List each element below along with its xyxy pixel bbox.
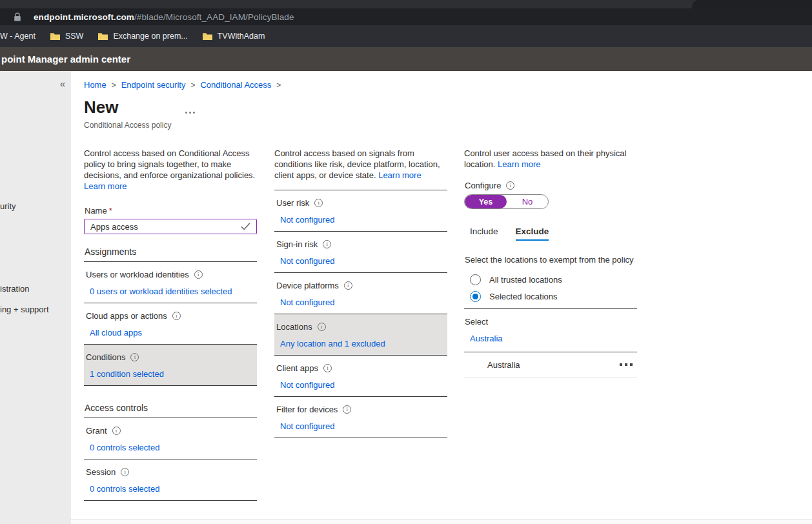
exclude-instruction: Select the locations to exempt from the … <box>464 254 637 265</box>
radio-selected-locations[interactable]: Selected locations <box>470 288 637 305</box>
breadcrumb-separator: > <box>190 81 195 90</box>
include-exclude-tabs: Include Exclude <box>464 227 637 241</box>
conditions-selected-link[interactable]: 1 condition selected <box>90 369 164 379</box>
section-conditions[interactable]: Conditions 1 condition selected <box>84 345 257 386</box>
info-icon[interactable] <box>343 405 351 414</box>
bookmark-label: SSW <box>65 32 83 41</box>
section-device-platforms[interactable]: Device platforms Not configured <box>274 273 447 314</box>
bookmark-item[interactable]: Exchange on prem... <box>98 32 187 41</box>
status-bar <box>71 519 812 524</box>
users-selected-link[interactable]: 0 users or workload identities selected <box>90 287 232 296</box>
learn-more-link[interactable]: Learn more <box>84 181 127 191</box>
bookmark-item[interactable]: W - Agent <box>0 32 36 41</box>
configure-label-row: Configure <box>464 181 637 190</box>
info-icon[interactable] <box>344 281 352 290</box>
section-users-workload-identities[interactable]: Users or workload identities 0 users or … <box>84 262 257 303</box>
sign-in-risk-link[interactable]: Not configured <box>280 256 335 266</box>
grant-controls-link[interactable]: 0 controls selected <box>90 443 159 452</box>
location-radio-group: All trusted locations Selected locations <box>464 271 637 305</box>
tab-include[interactable]: Include <box>470 227 498 241</box>
selected-location-link[interactable]: Australia <box>470 334 503 343</box>
info-icon[interactable] <box>314 199 323 207</box>
info-icon[interactable] <box>318 323 326 331</box>
section-sign-in-risk[interactable]: Sign-in risk Not configured <box>274 232 447 273</box>
bookmark-label: TVWithAdam <box>218 32 265 41</box>
learn-more-link[interactable]: Learn more <box>498 159 540 169</box>
sidebar-item-endpoint-security[interactable]: urity <box>0 201 16 211</box>
section-client-apps[interactable]: Client apps Not configured <box>274 356 447 397</box>
browser-tab[interactable] <box>692 0 812 8</box>
radio-all-trusted-locations[interactable]: All trusted locations <box>470 271 637 288</box>
bookmark-item[interactable]: SSW <box>50 32 83 41</box>
learn-more-link[interactable]: Learn more <box>378 170 421 180</box>
breadcrumb-home[interactable]: Home <box>84 80 107 90</box>
locations-link[interactable]: Any location and 1 excluded <box>280 339 385 348</box>
section-filter-for-devices[interactable]: Filter for devices Not configured <box>274 397 447 438</box>
radio-label: Selected locations <box>489 292 558 301</box>
section-locations[interactable]: Locations Any location and 1 excluded <box>274 314 447 356</box>
policy-name-value: Apps access <box>90 222 138 232</box>
device-platforms-link[interactable]: Not configured <box>280 297 335 307</box>
bookmark-label: Exchange on prem... <box>113 32 187 41</box>
cloud-apps-link[interactable]: All cloud apps <box>90 328 142 338</box>
breadcrumb-endpoint-security[interactable]: Endpoint security <box>121 80 186 90</box>
policy-name-input[interactable]: Apps access <box>84 219 257 234</box>
section-session[interactable]: Session 0 controls selected <box>84 459 257 501</box>
breadcrumb-separator: > <box>112 81 116 90</box>
info-icon[interactable] <box>323 240 331 248</box>
section-user-risk[interactable]: User risk Not configured <box>274 190 447 232</box>
access-controls-heading: Access controls <box>84 386 257 418</box>
info-icon[interactable] <box>506 181 514 190</box>
bookmark-item[interactable]: TVWithAdam <box>203 32 265 41</box>
section-cloud-apps[interactable]: Cloud apps or actions All cloud apps <box>84 303 257 345</box>
main-content: Home>Endpoint security>Conditional Acces… <box>71 71 812 519</box>
filter-devices-link[interactable]: Not configured <box>280 421 335 431</box>
column-conditions: Control access based on signals from con… <box>274 145 447 438</box>
client-apps-link[interactable]: Not configured <box>280 380 335 390</box>
folder-icon <box>98 32 108 40</box>
section-label: Cloud apps or actions <box>84 311 257 321</box>
tab-exclude[interactable]: Exclude <box>516 227 549 241</box>
section-label: User risk <box>274 198 447 208</box>
more-ellipsis-icon[interactable] <box>185 112 195 114</box>
chevron-double-left-icon[interactable]: « <box>60 78 65 89</box>
page-subtitle: Conditional Access policy <box>84 121 171 130</box>
url-text[interactable]: endpoint.microsoft.com/#blade/Microsoft_… <box>34 12 294 22</box>
locations-description: Control user access based on their physi… <box>464 148 637 170</box>
radio-icon[interactable] <box>470 274 481 285</box>
section-label: Conditions <box>84 352 257 362</box>
url-path: /#blade/Microsoft_AAD_IAM/PolicyBlade <box>134 12 294 22</box>
info-icon[interactable] <box>112 427 121 435</box>
info-icon[interactable] <box>121 468 129 476</box>
configure-toggle[interactable]: Yes No <box>464 194 549 209</box>
assignments-heading: Assignments <box>84 234 257 262</box>
session-controls-link[interactable]: 0 controls selected <box>90 484 159 494</box>
location-row-australia[interactable]: Australia <box>464 352 637 378</box>
lock-icon[interactable] <box>14 12 21 22</box>
section-label: Locations <box>274 322 447 332</box>
column-locations: Control user access based on their physi… <box>464 145 637 378</box>
info-icon[interactable] <box>172 312 181 320</box>
sidebar-item-tenant-administration[interactable]: istration <box>0 284 30 294</box>
location-name: Australia <box>487 360 520 370</box>
section-grant[interactable]: Grant 0 controls selected <box>84 418 257 459</box>
page-title: New <box>84 97 118 117</box>
toggle-no-button[interactable]: No <box>507 195 548 208</box>
app-title[interactable]: point Manager admin center <box>1 54 130 65</box>
more-ellipsis-icon[interactable] <box>620 363 633 366</box>
radio-icon-selected[interactable] <box>470 291 481 302</box>
breadcrumb-conditional-access[interactable]: Conditional Access <box>200 80 271 90</box>
checkmark-icon <box>241 223 250 230</box>
column-policy: Control access based on Conditional Acce… <box>84 145 257 501</box>
info-icon[interactable] <box>194 270 203 279</box>
sidebar-item-troubleshooting-support[interactable]: ing + support <box>0 305 49 314</box>
info-icon[interactable] <box>323 364 332 372</box>
section-label: Users or workload identities <box>84 270 257 279</box>
browser-address-bar[interactable]: endpoint.microsoft.com/#blade/Microsoft_… <box>0 8 812 25</box>
info-icon[interactable] <box>130 353 139 361</box>
toggle-yes-button[interactable]: Yes <box>465 195 507 208</box>
user-risk-link[interactable]: Not configured <box>280 215 335 225</box>
select-label: Select <box>464 309 637 327</box>
required-asterisk: * <box>109 206 112 216</box>
policy-description: Control access based on Conditional Acce… <box>84 148 257 192</box>
